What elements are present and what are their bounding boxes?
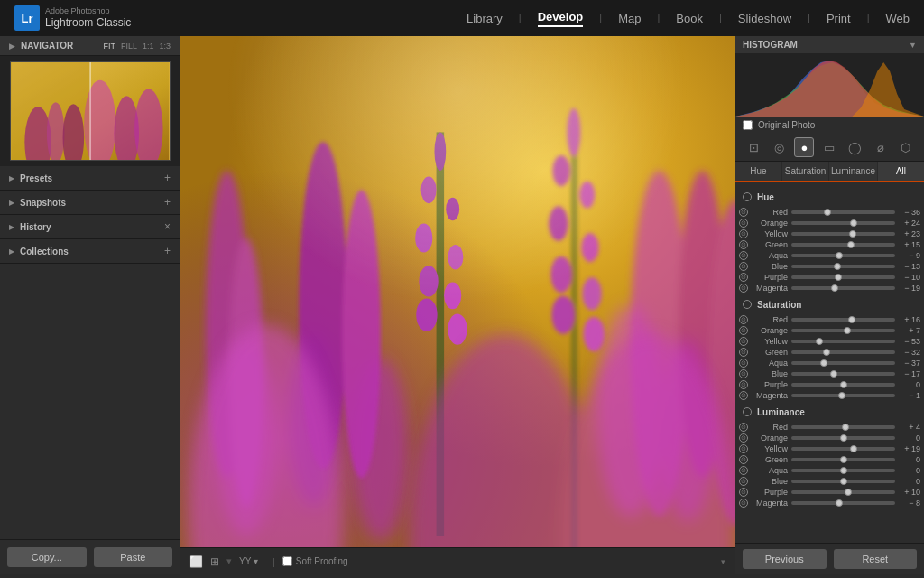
target-icon[interactable]: ⊙ [739,251,748,260]
slider-track[interactable] [791,350,895,354]
slider-thumb[interactable] [830,370,837,378]
target-icon[interactable]: ⊙ [739,488,748,497]
slider-thumb[interactable] [823,349,830,356]
nav-map[interactable]: Map [618,12,641,25]
slider-thumb[interactable] [835,274,842,281]
slider-thumb[interactable] [842,424,849,431]
slider-track[interactable] [791,243,895,247]
target-icon[interactable]: ⊙ [739,359,748,368]
range-mask-tool[interactable]: ⬡ [896,137,916,157]
slider-track[interactable] [791,394,895,397]
snapshots-header[interactable]: ▶ Snapshots + [0,191,180,214]
original-photo-checkbox[interactable] [743,120,753,130]
slider-thumb[interactable] [820,359,827,367]
frame-icon[interactable]: ⬜ [189,555,203,568]
slider-track[interactable] [791,254,895,257]
target-icon[interactable]: ⊙ [739,208,748,217]
paste-button[interactable]: Paste [94,547,173,567]
copy-button[interactable]: Copy... [7,547,87,567]
hue-enable-dot[interactable] [743,192,752,201]
nav-library[interactable]: Library [467,12,503,25]
slider-thumb[interactable] [834,263,841,270]
slider-track[interactable] [791,383,895,387]
slider-track[interactable] [791,221,895,225]
snapshots-add-btn[interactable]: + [164,196,171,209]
slider-thumb[interactable] [836,499,843,507]
hsl-tab-luminance[interactable]: Luminance [829,162,878,181]
slider-track[interactable] [791,265,895,268]
slider-track[interactable] [791,490,895,494]
presets-add-btn[interactable]: + [164,172,171,184]
nav-develop[interactable]: Develop [538,10,584,27]
history-header[interactable]: ▶ History × [0,215,180,238]
reset-button[interactable]: Reset [834,549,918,569]
slider-track[interactable] [791,318,895,322]
slider-thumb[interactable] [840,467,847,474]
target-icon[interactable]: ⊙ [739,391,748,400]
slider-track[interactable] [791,329,895,332]
hint-fit[interactable]: FIT [103,42,116,51]
soft-proofing-toggle[interactable]: Soft Proofing [282,556,348,566]
spot-tool[interactable]: ◎ [769,137,789,157]
hint-1-3[interactable]: 1:3 [159,42,171,51]
slider-thumb[interactable] [849,230,856,238]
target-icon[interactable]: ⊙ [739,315,748,324]
slider-thumb[interactable] [824,209,831,216]
slider-track[interactable] [791,232,895,236]
slider-track[interactable] [791,469,895,472]
slider-thumb[interactable] [840,478,847,485]
hsl-tab-saturation[interactable]: Saturation [782,162,829,181]
slider-thumb[interactable] [847,241,855,248]
nav-book[interactable]: Book [676,12,703,25]
target-icon[interactable]: ⊙ [739,337,748,346]
redeye-tool[interactable]: ● [794,137,814,157]
hsl-tab-all[interactable]: All [878,162,924,181]
slider-thumb[interactable] [840,434,847,442]
target-icon[interactable]: ⊙ [739,477,748,486]
slider-track[interactable] [791,210,895,214]
brush-tool[interactable]: ⌀ [871,137,891,157]
grad-filter-tool[interactable]: ▭ [819,137,839,157]
slider-track[interactable] [791,286,895,290]
target-icon[interactable]: ⊙ [739,423,748,432]
target-icon[interactable]: ⊙ [739,326,748,335]
target-icon[interactable]: ⊙ [739,499,748,508]
target-icon[interactable]: ⊙ [739,284,748,293]
target-icon[interactable]: ⊙ [739,380,748,389]
slider-thumb[interactable] [845,489,852,496]
hint-fill[interactable]: FILL [121,42,137,51]
slider-thumb[interactable] [850,445,857,452]
target-icon[interactable]: ⊙ [739,466,748,475]
slider-track[interactable] [791,361,895,365]
collections-add-btn[interactable]: + [164,245,171,257]
target-icon[interactable]: ⊙ [739,229,748,238]
presets-header[interactable]: ▶ Presets + [0,166,180,190]
target-icon[interactable]: ⊙ [739,434,748,443]
hint-1-1[interactable]: 1:1 [143,42,154,51]
slider-thumb[interactable] [816,338,823,345]
nav-web[interactable]: Web [886,12,910,25]
luminance-enable-dot[interactable] [743,407,752,416]
slider-track[interactable] [791,447,895,451]
bottom-arrow-down[interactable]: ▾ [721,557,725,566]
target-icon[interactable]: ⊙ [739,348,748,357]
target-icon[interactable]: ⊙ [739,262,748,271]
slider-track[interactable] [791,340,895,343]
history-close-btn[interactable]: × [164,220,171,233]
collections-header[interactable]: ▶ Collections + [0,239,180,263]
slider-track[interactable] [791,480,895,483]
slider-track[interactable] [791,425,895,429]
slider-track[interactable] [791,436,895,440]
navigator-thumbnail[interactable] [0,56,180,166]
slider-thumb[interactable] [836,252,843,259]
slider-thumb[interactable] [838,392,845,399]
navigator-header[interactable]: ▶ Navigator FIT FILL 1:1 1:3 [0,36,180,56]
hsl-tab-hue[interactable]: Hue [735,162,782,181]
target-icon[interactable]: ⊙ [739,455,748,464]
target-icon[interactable]: ⊙ [739,240,748,249]
slider-track[interactable] [791,275,895,279]
slider-thumb[interactable] [831,284,838,292]
slider-thumb[interactable] [850,219,857,227]
slider-track[interactable] [791,501,895,505]
slider-thumb[interactable] [848,316,855,323]
